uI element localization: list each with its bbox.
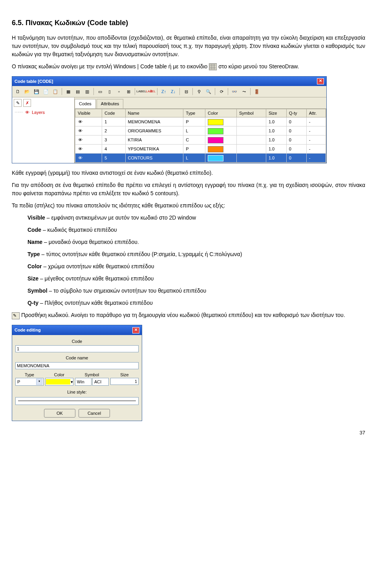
field-name: Name	[27, 239, 42, 245]
color-cell	[205, 136, 236, 145]
close-button[interactable]: ✕	[317, 78, 324, 84]
codename-input[interactable]	[15, 362, 139, 369]
paragraph-4: Για την απόδοση σε ένα θεματικό επίπεδο …	[12, 181, 365, 198]
delete-layer-icon[interactable]: ✗	[23, 99, 31, 107]
name-cell: YPSOMETRIKA	[125, 145, 183, 154]
field-desc: – χρώμα οντοτήτων κάθε θεματικού επιπέδο…	[42, 263, 154, 269]
refresh-icon[interactable]: ⟳	[217, 87, 226, 96]
column-header[interactable]: Size	[266, 109, 286, 117]
filter-icon[interactable]: ⚲	[195, 87, 203, 96]
tree-icon[interactable]: ⊟	[182, 87, 190, 96]
name-cell: CONTOURS	[125, 154, 183, 163]
code-cell: 4	[102, 145, 125, 154]
binoculars-icon[interactable]: 👓	[230, 87, 239, 96]
field-definition: Name – μοναδικό όνομα θεματικού επιπέδου…	[27, 238, 365, 246]
field-definition: Q-ty – Πλήθος οντοτήτων κάθε θεματικού ε…	[27, 299, 365, 307]
name-cell: KTIRIA	[125, 136, 183, 145]
visible-cell: 👁	[75, 117, 102, 126]
tab-codes[interactable]: Codes	[75, 99, 96, 108]
symbol-win-button[interactable]: Win	[75, 378, 92, 386]
codename-label: Code name	[15, 355, 139, 361]
label-off-icon[interactable]: LAB̸EL	[146, 87, 155, 96]
table-row[interactable]: 👁2ORIOGRAMMESL1.00-	[75, 126, 326, 136]
field-name: Type	[27, 251, 40, 257]
tree-dots: ⋯⋯	[15, 109, 22, 116]
paragraph-2: Ο πίνακας κωδικών ανοίγει με την εντολή …	[12, 62, 365, 71]
sort-z-down-icon[interactable]: Z↓	[169, 87, 178, 96]
linestyle-select[interactable]	[15, 397, 139, 405]
table-row[interactable]: 👁5CONTOURSL1.00-	[75, 154, 326, 163]
add-code-icon	[12, 312, 20, 319]
cell-icon[interactable]: ▫	[115, 87, 123, 96]
attr-cell: -	[306, 117, 326, 126]
code-label: Code	[15, 338, 139, 345]
field-name: Symbol	[27, 288, 48, 294]
column-header[interactable]: Q-ty	[286, 109, 306, 117]
qty-cell: 0	[286, 154, 306, 163]
column-header[interactable]: Name	[125, 109, 183, 117]
code-cell: 5	[102, 154, 125, 163]
table-row[interactable]: 👁1MEMONOMENAP1.00-	[75, 117, 326, 126]
sort-z-icon[interactable]: Z↑	[159, 87, 168, 96]
field-definition: Code – κωδικός θεματικού επιπέδου	[27, 226, 365, 234]
save-icon[interactable]: 💾	[32, 87, 41, 96]
symbol-aci-button[interactable]: ACI	[92, 378, 109, 386]
size-input[interactable]	[110, 378, 139, 385]
visible-cell: 👁	[75, 136, 102, 145]
new-layer-icon[interactable]: ✎	[14, 99, 22, 107]
column-header[interactable]: Visible	[75, 109, 102, 117]
field-desc: – μοναδικό όνομα θεματικού επιπέδου.	[42, 239, 139, 245]
type-cell: P	[183, 117, 205, 126]
column-header[interactable]: Symbol	[236, 109, 266, 117]
cancel-button[interactable]: Cancel	[79, 409, 110, 418]
field-desc: – Πλήθος οντοτήτων κάθε θεματικού επιπέδ…	[38, 300, 153, 306]
table-icon[interactable]: ▦	[64, 87, 73, 96]
row-icon[interactable]: ▭	[96, 87, 104, 96]
code-cell: 3	[102, 136, 125, 145]
ok-button[interactable]: OK	[44, 409, 75, 418]
col-icon[interactable]: ▯	[105, 87, 114, 96]
code-grid: VisibleCodeNameTypeColorSymbolSizeQ-tyAt…	[75, 108, 326, 163]
merge-icon[interactable]: ▥	[83, 87, 92, 96]
toolbar: 🗋 📂 💾 📄 📋 ▦ ▤ ▥ ▭ ▯ ▫ ⊞ LABEL LAB̸EL Z↑ …	[12, 86, 326, 97]
table-row[interactable]: 👁3KTIRIAC1.00-	[75, 136, 326, 145]
table2-icon[interactable]: ⊞	[124, 87, 133, 96]
column-header[interactable]: Color	[205, 109, 236, 117]
linestyle-label: Line style:	[15, 389, 139, 396]
table-row[interactable]: 👁4YPSOMETRIKAP1.00-	[75, 145, 326, 154]
color-select[interactable]: ▾	[45, 378, 73, 386]
symbol-cell	[236, 117, 266, 126]
type-cell: P	[183, 145, 205, 154]
dialog-close-button[interactable]: ✕	[132, 327, 139, 333]
symbol-cell	[236, 126, 266, 136]
paste-icon[interactable]: 📋	[51, 87, 60, 96]
type-label: Type	[15, 372, 44, 378]
color-swatch	[46, 379, 70, 385]
page-number: 37	[12, 429, 365, 437]
label-icon[interactable]: LABEL	[137, 87, 146, 96]
column-header[interactable]: Code	[102, 109, 125, 117]
left-panel: ✎ ✗ ⋯⋯ 👁 Layers	[12, 97, 75, 163]
type-select[interactable]: P ▾	[15, 378, 44, 386]
visible-cell: 👁	[75, 145, 102, 154]
new-file-icon[interactable]: 🗋	[13, 87, 22, 96]
tab-attributes[interactable]: Attributes	[97, 99, 123, 108]
layers-node[interactable]: ⋯⋯ 👁 Layers	[14, 108, 73, 117]
find-next-icon[interactable]: ⤳	[240, 87, 248, 96]
open-file-icon[interactable]: 📂	[23, 87, 31, 96]
copy-icon[interactable]: 📄	[42, 87, 50, 96]
exit-icon[interactable]: 🚪	[253, 87, 261, 96]
symbol-cell	[236, 154, 266, 163]
chevron-down-icon: ▾	[36, 379, 42, 385]
layers-label: Layers	[32, 109, 45, 116]
search-icon[interactable]: 🔍	[204, 87, 213, 96]
grid-icon[interactable]: ▤	[73, 87, 82, 96]
qty-cell: 0	[286, 117, 306, 126]
window-title: Code table [CODE]	[15, 78, 53, 85]
code-input[interactable]	[15, 345, 139, 352]
field-name: Size	[27, 275, 38, 282]
field-definition: Type – τύπος οντοτήτων κάθε θεματικού επ…	[27, 250, 365, 258]
column-header[interactable]: Attr.	[306, 109, 326, 117]
dialog-title: Code editing	[15, 327, 41, 333]
column-header[interactable]: Type	[183, 109, 205, 117]
